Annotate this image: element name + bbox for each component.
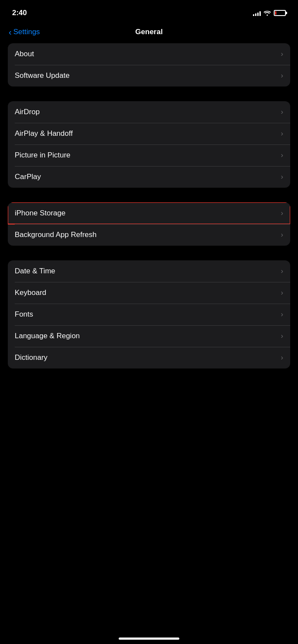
date-time-chevron-icon: › [281,267,283,276]
signal-bars-icon [253,10,261,16]
settings-item-fonts[interactable]: Fonts › [8,304,290,325]
iphone-storage-label: iPhone Storage [15,209,65,218]
picture-in-picture-label: Picture in Picture [15,151,71,160]
language-region-label: Language & Region [15,332,80,340]
wifi-icon [263,10,271,16]
keyboard-label: Keyboard [15,288,46,297]
settings-group-1: About › Software Update › [8,43,290,87]
picture-in-picture-chevron-icon: › [281,151,283,160]
status-icons [253,10,286,16]
airplay-handoff-label: AirPlay & Handoff [15,129,73,138]
fonts-chevron-icon: › [281,310,283,319]
battery-icon [274,10,286,16]
software-update-chevron-icon: › [281,71,283,80]
settings-item-airplay-handoff[interactable]: AirPlay & Handoff › [8,123,290,144]
settings-item-carplay[interactable]: CarPlay › [8,166,290,188]
home-indicator [119,638,179,640]
signal-bar-2 [255,13,256,16]
settings-item-picture-in-picture[interactable]: Picture in Picture › [8,144,290,166]
back-label: Settings [13,28,40,36]
carplay-chevron-icon: › [281,173,283,181]
background-app-refresh-label: Background App Refresh [15,231,97,239]
status-bar: 2:40 [0,0,298,23]
keyboard-chevron-icon: › [281,288,283,297]
carplay-label: CarPlay [15,173,41,181]
page-title: General [135,28,162,36]
date-time-label: Date & Time [15,267,55,276]
airdrop-label: AirDrop [15,108,40,116]
battery-body [274,10,286,16]
settings-item-background-app-refresh[interactable]: Background App Refresh › [8,224,290,246]
settings-item-iphone-storage[interactable]: iPhone Storage › [8,202,290,224]
dictionary-chevron-icon: › [281,353,283,362]
settings-item-language-region[interactable]: Language & Region › [8,325,290,347]
settings-item-airdrop[interactable]: AirDrop › [8,101,290,123]
airplay-handoff-chevron-icon: › [281,129,283,138]
language-region-chevron-icon: › [281,332,283,340]
fonts-label: Fonts [15,310,33,319]
iphone-storage-chevron-icon: › [281,209,283,218]
nav-bar: ‹ Settings General [0,23,298,43]
status-time: 2:40 [12,9,27,17]
signal-bar-3 [257,13,259,16]
back-chevron-icon: ‹ [9,28,12,36]
software-update-label: Software Update [15,71,70,80]
settings-item-about[interactable]: About › [8,43,290,65]
settings-item-dictionary[interactable]: Dictionary › [8,347,290,368]
dictionary-label: Dictionary [15,353,48,362]
settings-group-3: iPhone Storage › Background App Refresh … [8,202,290,246]
settings-group-4: Date & Time › Keyboard › Fonts › Languag… [8,260,290,368]
about-label: About [15,50,34,58]
back-button[interactable]: ‹ Settings [9,28,40,36]
settings-item-keyboard[interactable]: Keyboard › [8,282,290,304]
background-app-refresh-chevron-icon: › [281,231,283,239]
settings-group-2: AirDrop › AirPlay & Handoff › Picture in… [8,101,290,188]
signal-bar-4 [259,11,261,16]
settings-item-date-time[interactable]: Date & Time › [8,260,290,282]
about-chevron-icon: › [281,50,283,58]
battery-fill [275,11,276,15]
airdrop-chevron-icon: › [281,108,283,116]
signal-bar-1 [253,14,254,16]
settings-container: About › Software Update › AirDrop › AirP… [0,43,298,368]
settings-item-software-update[interactable]: Software Update › [8,65,290,87]
